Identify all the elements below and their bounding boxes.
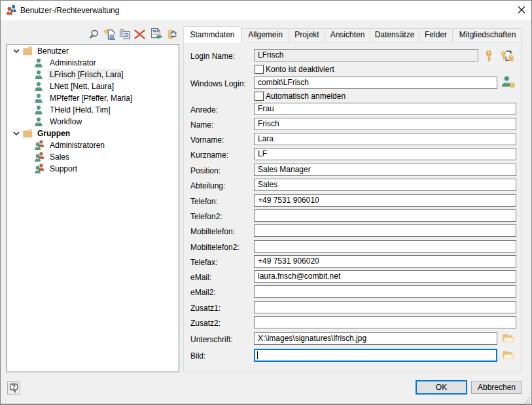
svg-text:?: ?	[12, 383, 16, 390]
